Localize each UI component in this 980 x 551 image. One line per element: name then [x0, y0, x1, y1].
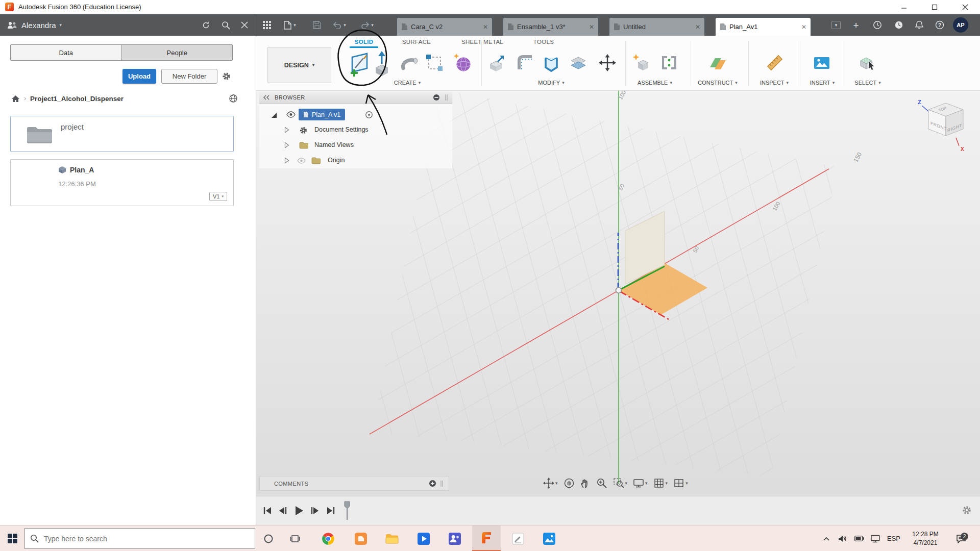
taskbar-app-fusion-360[interactable]	[472, 525, 501, 551]
viewports-button[interactable]: ▾	[672, 477, 689, 490]
minimize-panel-icon[interactable]	[433, 94, 440, 101]
browser-root-node[interactable]: Plan_A v1	[299, 109, 345, 120]
group-select[interactable]: SELECT▾	[854, 79, 880, 87]
taskbar-app-teams[interactable]	[440, 525, 469, 551]
panel-settings-button[interactable]	[222, 71, 231, 81]
combine-button[interactable]	[567, 53, 590, 72]
insert-button[interactable]	[810, 53, 834, 72]
network-display-button[interactable]	[868, 525, 883, 551]
globe-icon[interactable]	[229, 94, 238, 103]
job-status-button[interactable]	[870, 14, 885, 36]
battery-button[interactable]	[851, 525, 867, 551]
new-component-button[interactable]	[629, 53, 653, 72]
taskbar-app-autodesk[interactable]	[347, 525, 375, 551]
folder-card[interactable]: project	[10, 116, 234, 152]
create-sketch-button[interactable]	[348, 49, 371, 78]
tab-close-icon[interactable]: ✕	[695, 24, 700, 30]
version-selector[interactable]: V1 ▾	[209, 192, 227, 201]
display-settings-button[interactable]: ▾	[632, 477, 649, 490]
hand-button[interactable]	[579, 477, 592, 490]
expand-comments-icon[interactable]	[429, 480, 436, 487]
tab-tools[interactable]: TOOLS	[533, 37, 554, 46]
new-document-button[interactable]: +	[848, 14, 864, 36]
grip-icon[interactable]	[445, 94, 448, 101]
close-button[interactable]	[950, 0, 980, 14]
comments-panel[interactable]: COMMENTS	[259, 476, 449, 491]
group-inspect[interactable]: INSPECT▾	[760, 79, 789, 87]
taskbar-app-journal[interactable]	[504, 525, 532, 551]
taskbar-app-chrome[interactable]	[314, 525, 342, 551]
sweep-button[interactable]	[398, 53, 421, 72]
tab-close-icon[interactable]: ✕	[483, 24, 488, 30]
document-tab-active[interactable]: Plan_Av1 ✕	[716, 18, 811, 36]
grip-icon[interactable]	[440, 481, 444, 487]
timeline-step-forward-button[interactable]	[308, 504, 322, 518]
file-menu-button[interactable]: ▾	[279, 14, 301, 36]
username[interactable]: Alexandra	[21, 21, 56, 30]
taskbar-app-movies-tv[interactable]	[409, 525, 438, 551]
tab-list-button[interactable]: ▾	[829, 14, 843, 36]
press-pull-button[interactable]	[485, 53, 508, 72]
home-icon[interactable]	[11, 95, 20, 103]
browser-header[interactable]: BROWSER	[259, 91, 452, 104]
task-view-button[interactable]	[284, 525, 306, 551]
taskbar-search[interactable]	[24, 528, 255, 549]
visibility-off-eye-icon[interactable]	[297, 158, 306, 164]
shell-button[interactable]	[540, 53, 563, 72]
search-button[interactable]	[218, 14, 233, 36]
orbit-button[interactable]	[562, 477, 576, 490]
tab-solid[interactable]: SOLID	[355, 37, 374, 46]
timeline-go-to-start-button[interactable]	[260, 504, 275, 518]
action-center-button[interactable]: 2	[949, 525, 973, 551]
close-panel-button[interactable]	[237, 14, 252, 36]
expand-icon[interactable]	[284, 157, 289, 164]
browser-row-origin[interactable]: Origin	[259, 153, 452, 168]
construct-plane-button[interactable]	[706, 53, 729, 72]
document-tab[interactable]: Untitled ✕	[609, 18, 704, 36]
taskbar-app-file-explorer[interactable]	[378, 525, 406, 551]
viewport-3d[interactable]: 100 50 50 100 150 BROWSER Plan_	[256, 91, 980, 496]
visibility-eye-icon[interactable]	[286, 111, 296, 118]
workspace-selector[interactable]: DESIGN ▾	[267, 47, 331, 83]
tab-surface[interactable]: SURFACE	[402, 37, 431, 46]
expand-icon[interactable]	[284, 142, 289, 148]
expand-icon[interactable]	[284, 127, 289, 133]
hidden-icons-button[interactable]	[819, 525, 834, 551]
timeline-step-back-button[interactable]	[276, 504, 290, 518]
move-copy-button[interactable]	[596, 53, 619, 72]
origin-point[interactable]	[616, 288, 622, 293]
tab-close-icon[interactable]: ✕	[589, 24, 594, 30]
file-card[interactable]: Plan_A 12:26:36 PM V1 ▾	[10, 159, 234, 206]
project-name[interactable]: Project1_Alcohol_Dispenser	[30, 95, 124, 103]
start-button[interactable]	[0, 525, 24, 551]
taskbar-clock[interactable]: 12:28 PM 4/7/2021	[904, 525, 946, 551]
timeline-play-button[interactable]	[292, 504, 306, 518]
tab-data[interactable]: Data	[11, 45, 121, 60]
taskbar-app-photos[interactable]	[535, 525, 564, 551]
taskbar-search-input[interactable]	[44, 535, 228, 543]
zoom-window-button[interactable]: ▾	[612, 477, 629, 490]
create-form-button[interactable]	[451, 53, 475, 73]
save-button[interactable]	[309, 14, 325, 36]
upload-button[interactable]: Upload	[122, 69, 156, 84]
help-button[interactable]: ?	[932, 14, 947, 36]
view-cube[interactable]: Z TOP FRONT RIGHT X	[914, 95, 978, 159]
maximize-button[interactable]	[920, 0, 949, 14]
new-folder-button[interactable]: New Folder	[161, 69, 217, 84]
avatar[interactable]: AP	[953, 17, 968, 33]
rectangular-pattern-button[interactable]	[423, 53, 446, 72]
grid-settings-button[interactable]: ▾	[652, 477, 669, 490]
extrude-button[interactable]	[370, 49, 394, 78]
timeline-settings-button[interactable]	[962, 505, 972, 515]
group-insert[interactable]: INSERT▾	[810, 79, 835, 87]
document-tab[interactable]: Ensamble_1 v3* ✕	[503, 18, 598, 36]
undo-button[interactable]: ▾	[329, 14, 350, 36]
refresh-button[interactable]	[198, 14, 213, 36]
pan-button[interactable]: ▾	[542, 477, 559, 490]
cortana-button[interactable]	[257, 525, 280, 551]
timeline-go-to-end-button[interactable]	[324, 504, 338, 518]
browser-root-row[interactable]: Plan_A v1	[259, 107, 452, 122]
language-indicator[interactable]: ESP	[884, 525, 903, 551]
browser-row-document-settings[interactable]: Document Settings	[259, 122, 452, 138]
document-tab[interactable]: Cara_C v2 ✕	[397, 18, 492, 36]
